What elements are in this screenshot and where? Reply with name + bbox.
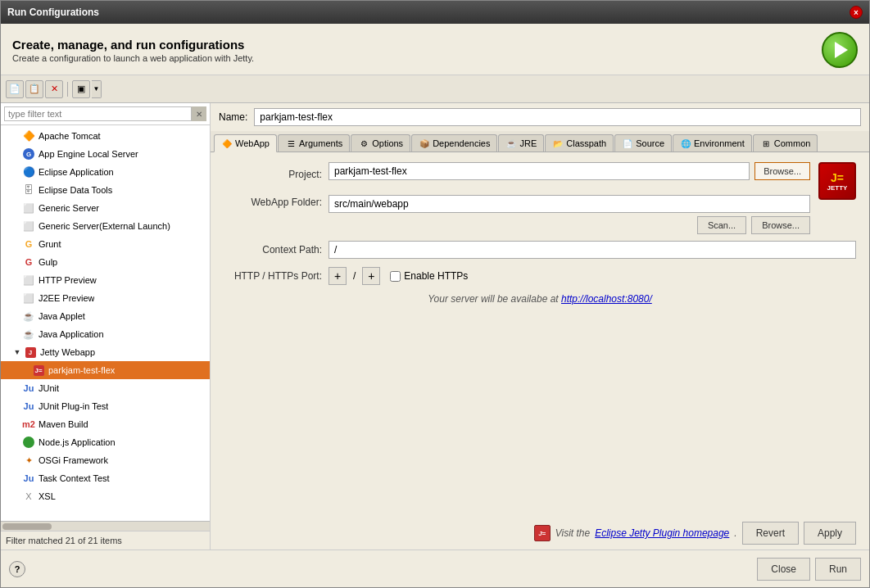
sidebar-item-generic-server-ext[interactable]: ⬜Generic Server(External Launch): [1, 217, 210, 235]
name-input[interactable]: [254, 108, 861, 126]
tab-common[interactable]: ⊞Common: [753, 134, 818, 152]
project-input[interactable]: [329, 162, 750, 180]
run-button[interactable]: Run: [815, 558, 861, 581]
sidebar-item-java-applet[interactable]: ☕Java Applet: [1, 307, 210, 325]
context-path-input[interactable]: [329, 241, 856, 259]
filter-config-button[interactable]: ▣: [72, 80, 90, 98]
sidebar-list: 🔶Apache TomcatGApp Engine Local Server🔵E…: [1, 125, 210, 521]
tab-classpath[interactable]: 📂Classpath: [545, 134, 614, 152]
icon-eclipse-data: 🗄: [22, 183, 35, 197]
filter-clear-button[interactable]: ✕: [192, 106, 206, 121]
apply-button[interactable]: Apply: [804, 522, 856, 545]
close-button[interactable]: Close: [757, 558, 810, 581]
copy-config-button[interactable]: 📋: [25, 80, 43, 98]
tab-options[interactable]: ⚙Options: [351, 134, 410, 152]
server-link[interactable]: http://localhost:8080/: [561, 293, 652, 305]
sidebar-item-junit[interactable]: JuJUnit: [1, 379, 210, 397]
sidebar-item-http-preview[interactable]: ⬜HTTP Preview: [1, 271, 210, 289]
sidebar-item-j2ee-preview[interactable]: ⬜J2EE Preview: [1, 289, 210, 307]
enable-https-label: Enable HTTPs: [404, 270, 468, 282]
webapp-folder-row: WebApp Folder: Scan... Browse...: [224, 195, 810, 234]
icon-junit-plugin: Ju: [22, 400, 35, 413]
sidebar-item-osgi[interactable]: ✦OSGi Framework: [1, 451, 210, 469]
delete-config-button[interactable]: ✕: [45, 80, 63, 98]
project-browse-button[interactable]: Browse...: [754, 162, 810, 180]
https-port-add-button[interactable]: +: [362, 267, 380, 285]
webapp-folder-label: WebApp Folder:: [224, 197, 322, 208]
sidebar-item-app-engine[interactable]: GApp Engine Local Server: [1, 145, 210, 163]
icon-nodejs-app: [22, 436, 35, 449]
sidebar-item-apache-tomcat[interactable]: 🔶Apache Tomcat: [1, 127, 210, 145]
jetty-footer-icon: J=: [534, 525, 551, 541]
name-row: Name:: [211, 103, 869, 131]
port-controls: + / + Enable HTTPs: [329, 267, 468, 285]
http-port-add-button[interactable]: +: [329, 267, 347, 285]
icon-app-engine: G: [22, 147, 35, 161]
webapp-folder-input[interactable]: [329, 195, 810, 213]
sidebar-item-maven-build[interactable]: m2Maven Build: [1, 415, 210, 433]
label-junit: JUnit: [39, 383, 59, 393]
sidebar-footer: Filter matched 21 of 21 items: [1, 531, 210, 550]
bottom-left: ?: [9, 561, 25, 577]
icon-java-app: ☕: [22, 328, 35, 341]
sidebar-item-junit-plugin[interactable]: JuJUnit Plug-in Test: [1, 397, 210, 415]
filter-input[interactable]: [4, 106, 192, 121]
tab-environment[interactable]: 🌐Environment: [673, 134, 752, 152]
sidebar-item-gulp[interactable]: GGulp: [1, 253, 210, 271]
scan-button[interactable]: Scan...: [697, 216, 746, 234]
label-parkjam-test-flex: parkjam-test-flex: [48, 365, 115, 375]
label-task-context: Task Context Test: [39, 473, 110, 483]
icon-gulp: G: [22, 256, 35, 269]
label-java-app: Java Application: [39, 329, 104, 339]
tab-jre[interactable]: ☕JRE: [498, 134, 544, 152]
window-close-button[interactable]: ×: [850, 6, 863, 19]
label-app-engine: App Engine Local Server: [39, 149, 138, 159]
sidebar-item-eclipse-data[interactable]: 🗄Eclipse Data Tools: [1, 181, 210, 199]
icon-j2ee-preview: ⬜: [22, 292, 35, 305]
tab-webapp[interactable]: 🔶WebApp: [214, 134, 277, 152]
label-java-applet: Java Applet: [39, 311, 85, 321]
label-xsl: XSL: [39, 491, 56, 501]
label-generic-server-ext: Generic Server(External Launch): [39, 221, 170, 231]
bottom-bar: ? Close Run: [1, 550, 869, 587]
sidebar-item-eclipse-app[interactable]: 🔵Eclipse Application: [1, 163, 210, 181]
tab-source[interactable]: 📄Source: [614, 134, 672, 152]
jetty-homepage-link[interactable]: Eclipse Jetty Plugin homepage: [595, 527, 729, 539]
label-eclipse-app: Eclipse Application: [39, 167, 114, 177]
context-path-label: Context Path:: [224, 244, 322, 256]
dropdown-arrow-button[interactable]: ▼: [92, 80, 102, 98]
sidebar-item-jetty-webapp[interactable]: ▼JJetty Webapp: [1, 343, 210, 361]
enable-https-checkbox[interactable]: [390, 271, 401, 282]
header-title: Create, manage, and run configurations: [12, 38, 254, 52]
revert-apply-row: J= Visit the Eclipse Jetty Plugin homepa…: [211, 518, 869, 550]
label-osgi: OSGi Framework: [39, 455, 108, 465]
tabs: 🔶WebApp☰Arguments⚙Options📦Dependencies☕J…: [211, 131, 869, 152]
tab-arguments[interactable]: ☰Arguments: [278, 134, 350, 152]
title-bar: Run Configurations ×: [1, 1, 869, 24]
help-button[interactable]: ?: [9, 561, 25, 577]
enable-https-row: Enable HTTPs: [390, 270, 468, 282]
horizontal-scrollbar[interactable]: [1, 521, 210, 531]
icon-jetty-webapp: J: [24, 346, 37, 359]
filter-status: Filter matched 21 of 21 items: [6, 536, 122, 545]
project-row: Project: Browse...: [224, 162, 810, 187]
tab-dependencies[interactable]: 📦Dependencies: [411, 134, 497, 152]
sidebar-item-grunt[interactable]: GGrunt: [1, 235, 210, 253]
sidebar-item-java-app[interactable]: ☕Java Application: [1, 325, 210, 343]
sidebar-item-xsl[interactable]: XXSL: [1, 487, 210, 505]
new-config-button[interactable]: 📄: [6, 80, 24, 98]
revert-button[interactable]: Revert: [742, 522, 799, 545]
icon-xsl: X: [22, 490, 35, 503]
label-gulp: Gulp: [39, 257, 57, 267]
sidebar-item-generic-server[interactable]: ⬜Generic Server: [1, 199, 210, 217]
toolbar-dropdown: ▼: [92, 80, 102, 98]
tree-toggle-jetty-webapp[interactable]: ▼: [12, 347, 22, 357]
scrollbar-thumb: [2, 523, 52, 530]
sidebar-item-task-context[interactable]: JuTask Context Test: [1, 469, 210, 487]
webapp-browse-button[interactable]: Browse...: [751, 216, 810, 234]
sidebar-item-parkjam-test-flex[interactable]: J=parkjam-test-flex: [1, 361, 210, 379]
icon-generic-server-ext: ⬜: [22, 219, 35, 233]
label-eclipse-data: Eclipse Data Tools: [39, 185, 112, 195]
project-label: Project:: [224, 169, 322, 180]
sidebar-item-nodejs-app[interactable]: Node.js Application: [1, 433, 210, 451]
